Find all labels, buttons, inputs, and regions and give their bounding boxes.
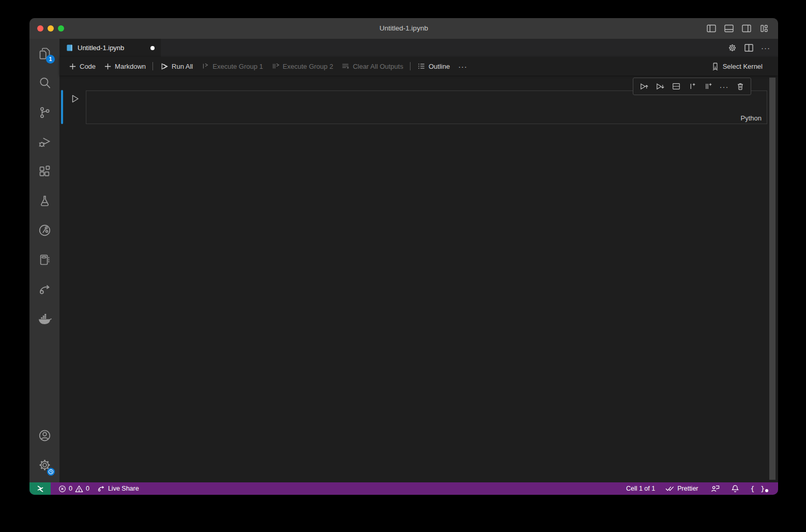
status-bar: 0 0 Live Share Cell 1 of 1 Prettier <box>29 482 778 495</box>
search-icon[interactable] <box>29 68 59 98</box>
outline-label: Outline <box>429 63 450 70</box>
prettier-status[interactable]: Prettier <box>662 482 702 495</box>
run-all-button[interactable]: Run All <box>156 59 197 73</box>
activity-bar: 1 <box>29 39 59 482</box>
warning-count: 0 <box>86 485 89 492</box>
tab-bar: Untitled-1.ipynb ··· <box>59 39 778 57</box>
toggle-panel-icon[interactable] <box>724 24 734 33</box>
select-kernel-label: Select Kernel <box>723 63 763 70</box>
more-toolbar-actions-icon[interactable]: ··· <box>454 59 472 73</box>
outline-button[interactable]: Outline <box>413 59 454 73</box>
execute-group-1-button[interactable]: Execute Group 1 <box>197 59 267 73</box>
execute-above-icon[interactable] <box>636 79 652 94</box>
notifications-bell-icon[interactable] <box>727 482 743 495</box>
insert-group-left-icon[interactable] <box>684 79 700 94</box>
cell-position-label: Cell 1 of 1 <box>626 485 655 492</box>
braces-dot <box>765 489 768 492</box>
notebook-scrollbar[interactable] <box>769 77 775 482</box>
editor-actions: ··· <box>728 39 778 57</box>
cell-language-picker[interactable]: Python <box>741 114 762 122</box>
cell-focus-indicator[interactable] <box>61 90 63 124</box>
add-markdown-cell-button[interactable]: Markdown <box>100 59 150 73</box>
toolbar-separator <box>410 62 410 70</box>
testing-icon[interactable] <box>29 186 59 216</box>
tab-untitled-ipynb[interactable]: Untitled-1.ipynb <box>59 39 161 57</box>
layout-controls <box>707 18 769 39</box>
vscode-window: Untitled-1.ipynb 1 <box>29 18 778 495</box>
notebook-settings-gear-icon[interactable] <box>728 43 737 52</box>
live-share-label: Live Share <box>108 485 139 492</box>
scrollbar-thumb[interactable] <box>769 78 775 480</box>
more-editor-actions-icon[interactable]: ··· <box>761 44 770 52</box>
extensions-icon[interactable] <box>29 157 59 186</box>
jupyter-notebook-icon[interactable] <box>29 245 59 275</box>
remote-indicator[interactable] <box>29 482 51 495</box>
live-share-icon[interactable] <box>29 275 59 304</box>
toolbar-separator <box>153 62 153 70</box>
settings-clock-badge <box>47 468 55 476</box>
problems-indicator[interactable]: 0 0 <box>55 482 93 495</box>
live-share-status[interactable]: Live Share <box>93 482 143 495</box>
editor-area: Untitled-1.ipynb ··· <box>59 39 778 482</box>
customize-layout-icon[interactable] <box>759 24 769 33</box>
feedback-icon[interactable] <box>707 482 723 495</box>
execute-group-1-label: Execute Group 1 <box>212 63 263 70</box>
execute-group-2-button[interactable]: Execute Group 2 <box>267 59 338 73</box>
unsaved-changes-dot[interactable] <box>150 46 155 50</box>
add-code-label: Code <box>80 63 96 70</box>
code-cell-editor[interactable]: Python <box>86 90 767 124</box>
notebook-toolbar: Code Markdown Run All Exec <box>59 57 778 75</box>
activity-bar-bottom <box>29 421 59 480</box>
explorer-badge: 1 <box>46 55 55 64</box>
execute-below-icon[interactable] <box>652 79 668 94</box>
toggle-primary-sidebar-icon[interactable] <box>707 24 716 33</box>
gitlens-icon[interactable] <box>29 216 59 245</box>
toolbar-ellipsis: ··· <box>458 63 467 70</box>
cell-position-indicator[interactable]: Cell 1 of 1 <box>622 482 659 495</box>
notebook-file-icon <box>66 44 73 52</box>
accounts-icon[interactable] <box>29 421 59 450</box>
main-area: 1 <box>29 39 778 482</box>
explorer-icon[interactable]: 1 <box>29 39 59 68</box>
add-markdown-label: Markdown <box>115 63 146 70</box>
braces-glyph: { } <box>751 485 766 493</box>
split-editor-icon[interactable] <box>744 44 753 52</box>
cell-ellipsis: ··· <box>720 83 729 90</box>
notebook-body: ··· P <box>59 75 778 482</box>
docker-icon[interactable] <box>29 304 59 333</box>
split-cell-icon[interactable] <box>668 79 684 94</box>
more-cell-actions-icon[interactable]: ··· <box>716 79 732 94</box>
delete-cell-icon[interactable] <box>732 79 748 94</box>
error-count: 0 <box>69 485 72 492</box>
select-kernel-button[interactable]: Select Kernel <box>707 59 767 73</box>
window-title: Untitled-1.ipynb <box>29 18 778 39</box>
insert-group-right-icon[interactable] <box>700 79 716 94</box>
tab-label: Untitled-1.ipynb <box>78 44 124 52</box>
run-all-label: Run All <box>172 63 193 70</box>
title-bar: Untitled-1.ipynb <box>29 18 778 39</box>
source-control-icon[interactable] <box>29 98 59 127</box>
run-cell-icon[interactable] <box>70 94 80 104</box>
status-bar-right: Cell 1 of 1 Prettier <box>622 482 778 495</box>
settings-gear-icon[interactable] <box>29 450 59 480</box>
clear-all-outputs-button[interactable]: Clear All Outputs <box>337 59 407 73</box>
braces-status-icon[interactable]: { } <box>747 482 775 495</box>
prettier-label: Prettier <box>677 485 698 492</box>
run-debug-icon[interactable] <box>29 127 59 157</box>
toggle-secondary-sidebar-icon[interactable] <box>742 24 751 33</box>
clear-all-outputs-label: Clear All Outputs <box>353 63 403 70</box>
cell-toolbar: ··· <box>633 78 751 95</box>
add-code-cell-button[interactable]: Code <box>65 59 100 73</box>
execute-group-2-label: Execute Group 2 <box>283 63 333 70</box>
